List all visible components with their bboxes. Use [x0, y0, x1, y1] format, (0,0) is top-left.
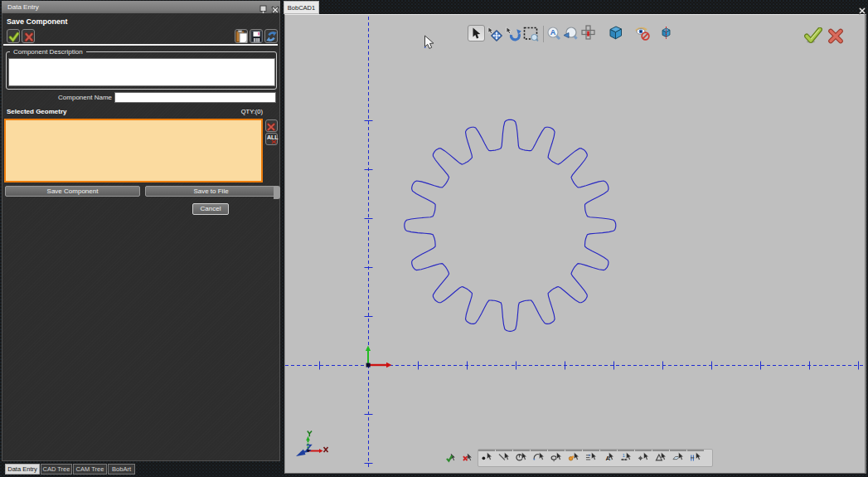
svg-text:1: 1 [622, 453, 624, 458]
svg-text:A: A [550, 28, 556, 37]
